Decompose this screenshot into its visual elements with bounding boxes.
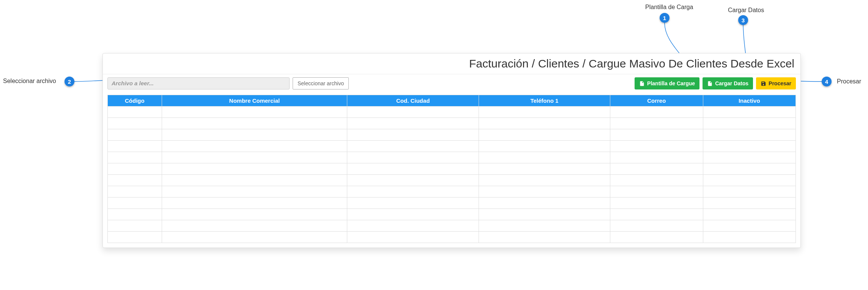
save-icon xyxy=(761,81,766,86)
plantilla-cargue-button[interactable]: Plantilla de Cargue xyxy=(635,77,699,89)
table-cell[interactable] xyxy=(610,163,703,175)
breadcrumb: Facturación / Clientes / Cargue Masivo D… xyxy=(469,57,794,70)
table-cell[interactable] xyxy=(347,209,479,220)
table-cell[interactable] xyxy=(479,107,610,118)
table-cell[interactable] xyxy=(162,129,347,141)
table-cell[interactable] xyxy=(162,220,347,232)
table-cell[interactable] xyxy=(162,175,347,186)
table-cell[interactable] xyxy=(479,129,610,141)
table-cell[interactable] xyxy=(703,141,796,152)
table-cell[interactable] xyxy=(347,107,479,118)
table-row[interactable] xyxy=(108,186,796,198)
table-cell[interactable] xyxy=(108,163,162,175)
table-row[interactable] xyxy=(108,141,796,152)
annotation-1-label: Plantilla de Carga xyxy=(645,4,693,11)
toolbar: Archivo a leer... Seleccionar archivo Pl… xyxy=(103,74,800,92)
table-cell[interactable] xyxy=(108,152,162,163)
table-cell[interactable] xyxy=(162,209,347,220)
table-cell[interactable] xyxy=(610,232,703,243)
table-cell[interactable] xyxy=(479,220,610,232)
table-cell[interactable] xyxy=(479,198,610,209)
table-cell[interactable] xyxy=(347,163,479,175)
table-cell[interactable] xyxy=(610,220,703,232)
table-row[interactable] xyxy=(108,129,796,141)
table-row[interactable] xyxy=(108,107,796,118)
table-cell[interactable] xyxy=(703,152,796,163)
table-cell[interactable] xyxy=(610,186,703,198)
table-cell[interactable] xyxy=(347,232,479,243)
procesar-button[interactable]: Procesar xyxy=(756,77,796,89)
annotation-2-label: Seleccionar archivo xyxy=(3,78,56,85)
table-cell[interactable] xyxy=(347,220,479,232)
table-cell[interactable] xyxy=(610,175,703,186)
table-cell[interactable] xyxy=(162,232,347,243)
table-cell[interactable] xyxy=(108,220,162,232)
table-cell[interactable] xyxy=(703,175,796,186)
table-cell[interactable] xyxy=(108,186,162,198)
table-cell[interactable] xyxy=(108,129,162,141)
table-cell[interactable] xyxy=(347,175,479,186)
table-cell[interactable] xyxy=(108,107,162,118)
table-cell[interactable] xyxy=(479,175,610,186)
table-cell[interactable] xyxy=(703,118,796,129)
table-row[interactable] xyxy=(108,209,796,220)
table-cell[interactable] xyxy=(108,198,162,209)
table-cell[interactable] xyxy=(347,118,479,129)
select-file-button[interactable]: Seleccionar archivo xyxy=(293,77,349,89)
table-cell[interactable] xyxy=(479,118,610,129)
table-cell[interactable] xyxy=(347,129,479,141)
table-cell[interactable] xyxy=(610,152,703,163)
table-row[interactable] xyxy=(108,198,796,209)
col-header-ciudad: Cod. Ciudad xyxy=(347,95,479,107)
table-cell[interactable] xyxy=(610,198,703,209)
table-cell[interactable] xyxy=(108,232,162,243)
col-header-inactivo: Inactivo xyxy=(703,95,796,107)
table-cell[interactable] xyxy=(479,186,610,198)
table-cell[interactable] xyxy=(703,186,796,198)
table-cell[interactable] xyxy=(108,118,162,129)
table-cell[interactable] xyxy=(703,232,796,243)
table-row[interactable] xyxy=(108,232,796,243)
table-cell[interactable] xyxy=(479,163,610,175)
table-cell[interactable] xyxy=(479,209,610,220)
table-cell[interactable] xyxy=(162,186,347,198)
table-cell[interactable] xyxy=(162,141,347,152)
table-row[interactable] xyxy=(108,175,796,186)
table-row[interactable] xyxy=(108,163,796,175)
table-cell[interactable] xyxy=(703,198,796,209)
table-body xyxy=(108,107,796,243)
table-cell[interactable] xyxy=(162,198,347,209)
table-cell[interactable] xyxy=(347,198,479,209)
table-cell[interactable] xyxy=(703,107,796,118)
table-cell[interactable] xyxy=(610,141,703,152)
plantilla-cargue-label: Plantilla de Cargue xyxy=(647,80,695,86)
table-row[interactable] xyxy=(108,152,796,163)
table-row[interactable] xyxy=(108,220,796,232)
table-cell[interactable] xyxy=(479,152,610,163)
table-cell[interactable] xyxy=(703,163,796,175)
table-cell[interactable] xyxy=(703,129,796,141)
table-cell[interactable] xyxy=(347,141,479,152)
table-cell[interactable] xyxy=(162,118,347,129)
table-cell[interactable] xyxy=(108,175,162,186)
table-row[interactable] xyxy=(108,118,796,129)
table-cell[interactable] xyxy=(703,209,796,220)
table-cell[interactable] xyxy=(162,107,347,118)
table-cell[interactable] xyxy=(479,232,610,243)
cargar-datos-button[interactable]: Cargar Datos xyxy=(703,77,753,89)
table-cell[interactable] xyxy=(162,152,347,163)
table-cell[interactable] xyxy=(347,186,479,198)
table-cell[interactable] xyxy=(108,141,162,152)
table-cell[interactable] xyxy=(479,141,610,152)
table-cell[interactable] xyxy=(162,163,347,175)
file-path-display[interactable]: Archivo a leer... xyxy=(107,77,290,89)
table-cell[interactable] xyxy=(347,152,479,163)
table-cell[interactable] xyxy=(610,209,703,220)
table-cell[interactable] xyxy=(703,220,796,232)
procesar-label: Procesar xyxy=(769,80,791,86)
table-cell[interactable] xyxy=(610,118,703,129)
table-cell[interactable] xyxy=(108,209,162,220)
table-cell[interactable] xyxy=(610,107,703,118)
table-cell[interactable] xyxy=(610,129,703,141)
col-header-correo: Correo xyxy=(610,95,703,107)
